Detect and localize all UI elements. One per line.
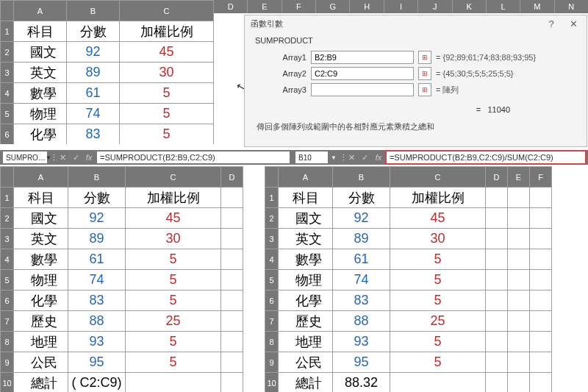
cell-score[interactable]: 93	[333, 332, 390, 352]
cell-weight[interactable]: 5	[390, 332, 486, 352]
col-header-a[interactable]: A	[14, 167, 68, 188]
cell-score[interactable]: 95	[68, 352, 126, 373]
cell-subject[interactable]: 數學	[14, 249, 68, 270]
cell-subject[interactable]: 英文	[14, 63, 67, 83]
cell-weight[interactable]: 加權比例	[120, 21, 214, 42]
cell-subject[interactable]: 科目	[14, 188, 68, 208]
cell-weight[interactable]: 5	[126, 291, 221, 311]
cell-weight[interactable]: 5	[390, 291, 486, 311]
cell-subject[interactable]: 物理	[14, 270, 68, 291]
cell-empty[interactable]	[530, 311, 552, 332]
cell-weight[interactable]: 5	[126, 352, 221, 373]
function-arguments-dialog[interactable]: 函數引數 ? ✕ SUMPRODUCT Array1⊞= {92;89;61;7…	[244, 15, 587, 147]
cell-empty[interactable]	[221, 311, 243, 332]
cell-score[interactable]: 88	[68, 311, 126, 332]
cell-empty[interactable]	[221, 249, 243, 270]
cell-subject[interactable]: 科目	[14, 21, 67, 42]
cell-subject[interactable]: 物理	[279, 270, 333, 291]
bottom-left-spreadsheet[interactable]: A B C D 1科目分數加權比例2國文92453英文89304數學6155物理…	[0, 166, 243, 392]
col-header-b[interactable]: B	[333, 167, 390, 188]
cell-subject[interactable]: 總計	[279, 373, 333, 393]
cell-subject[interactable]: 公民	[14, 352, 68, 373]
cell-empty[interactable]	[530, 229, 552, 249]
row-header[interactable]: 3	[1, 229, 14, 249]
cell-empty[interactable]	[486, 208, 508, 229]
cell-weight[interactable]: 加權比例	[390, 188, 486, 208]
cell-score[interactable]: 74	[67, 104, 120, 124]
row-header[interactable]: 3	[1, 63, 14, 83]
cell-subject[interactable]: 歷史	[279, 311, 333, 332]
col-header-e[interactable]: E	[247, 0, 281, 13]
col-header-c[interactable]: C	[390, 167, 486, 188]
cell-weight[interactable]: 30	[120, 63, 214, 83]
arg-input[interactable]	[311, 83, 414, 96]
col-header-c[interactable]: C	[120, 1, 214, 21]
col-header-e[interactable]: E	[508, 167, 530, 188]
arg-input[interactable]	[311, 67, 414, 80]
cell-subject[interactable]: 國文	[14, 208, 68, 229]
cell-empty[interactable]	[530, 291, 552, 311]
cell-empty[interactable]	[530, 270, 552, 291]
cell-subject[interactable]: 歷史	[14, 311, 68, 332]
cell-empty[interactable]	[221, 352, 243, 373]
row-header[interactable]: 6	[1, 291, 14, 311]
cell-empty[interactable]	[530, 373, 552, 393]
cell-subject[interactable]: 地理	[279, 332, 333, 352]
range-selector-icon[interactable]: ⊞	[418, 67, 431, 80]
cell-subject[interactable]: 國文	[14, 42, 67, 63]
cancel-icon[interactable]: ✕	[57, 153, 68, 163]
cell-empty[interactable]	[486, 229, 508, 249]
row-header[interactable]: 6	[1, 124, 14, 145]
cell-subject[interactable]: 英文	[279, 229, 333, 249]
cell-weight[interactable]: 45	[120, 42, 214, 63]
cell-weight[interactable]: 45	[390, 208, 486, 229]
cell-score[interactable]: 分數	[68, 188, 126, 208]
enter-icon[interactable]: ✓	[71, 153, 81, 163]
row-header[interactable]: 5	[1, 270, 14, 291]
cell-score[interactable]: 89	[333, 229, 390, 249]
cell-subject[interactable]: 化學	[14, 124, 67, 145]
row-header[interactable]: 8	[1, 332, 14, 352]
cell-score[interactable]: 89	[68, 229, 126, 249]
col-header-d[interactable]: D	[213, 0, 247, 13]
range-selector-icon[interactable]: ⊞	[418, 83, 431, 96]
col-header-i[interactable]: I	[384, 0, 417, 13]
cell-weight[interactable]: 5	[120, 104, 214, 124]
row-header[interactable]: 5	[265, 270, 279, 291]
col-header-a[interactable]: A	[279, 167, 333, 188]
cell-weight[interactable]: 5	[120, 124, 214, 145]
cell-empty[interactable]	[486, 188, 508, 208]
col-header-n[interactable]: N	[554, 0, 588, 13]
cell-empty[interactable]	[486, 352, 508, 373]
cell-score[interactable]: 61	[68, 249, 126, 270]
col-header-h[interactable]: H	[349, 0, 383, 13]
col-header-f[interactable]: F	[530, 167, 552, 188]
name-box-left[interactable]: SUMPRO… ▼	[3, 152, 47, 163]
cell-empty[interactable]	[221, 229, 243, 249]
cell-empty[interactable]	[508, 332, 530, 352]
cell-empty[interactable]	[221, 188, 243, 208]
cell-empty[interactable]	[508, 270, 530, 291]
cell-subject[interactable]: 英文	[14, 229, 68, 249]
cell-score[interactable]: 61	[67, 83, 120, 104]
cell-score[interactable]: 83	[333, 291, 390, 311]
col-header-d[interactable]: D	[221, 167, 243, 188]
row-header[interactable]: 2	[1, 208, 14, 229]
cell-subject[interactable]: 化學	[14, 291, 68, 311]
row-header[interactable]: 1	[1, 21, 14, 42]
cell-empty[interactable]	[530, 208, 552, 229]
row-header[interactable]: 7	[1, 311, 14, 332]
cell-empty[interactable]	[221, 373, 243, 393]
row-header[interactable]: 1	[1, 188, 14, 208]
cell-empty[interactable]	[486, 249, 508, 270]
cell-weight[interactable]	[126, 373, 221, 393]
top-spreadsheet[interactable]: A B C 1科目分數加權比例2國文92453英文89304數學6155物理74…	[0, 0, 214, 144]
cell-empty[interactable]	[508, 249, 530, 270]
row-header[interactable]: 9	[1, 352, 14, 373]
row-header[interactable]: 7	[265, 311, 279, 332]
cell-empty[interactable]	[486, 270, 508, 291]
cell-score[interactable]: 88	[333, 311, 390, 332]
cell-subject[interactable]: 國文	[279, 208, 333, 229]
cell-weight[interactable]: 5	[390, 249, 486, 270]
col-header-c[interactable]: C	[126, 167, 221, 188]
